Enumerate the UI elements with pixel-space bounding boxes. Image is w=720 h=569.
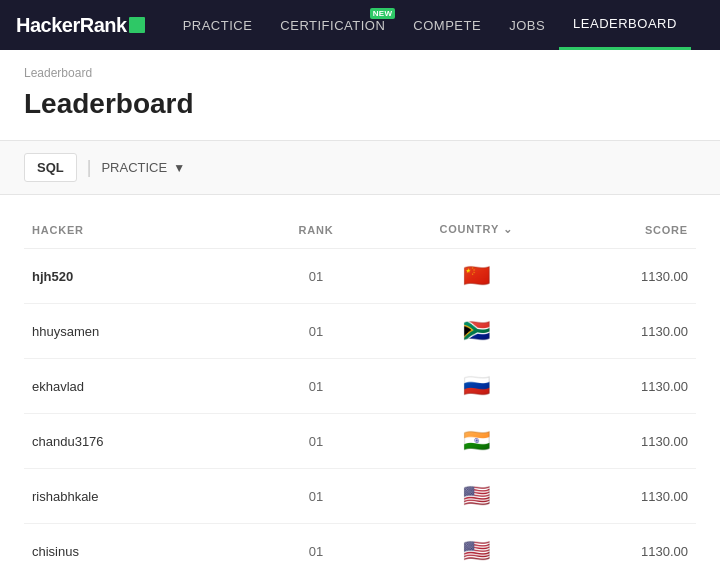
cell-rank: 01 [256,524,376,570]
nav-links: PRACTICECERTIFICATIONNEWCOMPETEJOBSLEADE… [169,0,704,50]
flag-icon: 🇨🇳 [463,263,490,288]
nav-link-certification[interactable]: CERTIFICATIONNEW [266,0,399,50]
col-rank-header: RANK [256,211,376,249]
table-row: chisinus01🇺🇸1130.00 [24,524,696,570]
cell-hacker[interactable]: rishabhkale [24,469,256,524]
breadcrumb: Leaderboard [0,50,720,84]
cell-hacker[interactable]: ekhavlad [24,359,256,414]
cell-score: 1130.00 [576,414,696,469]
cell-rank: 01 [256,304,376,359]
flag-icon: 🇺🇸 [463,538,490,563]
cell-rank: 01 [256,359,376,414]
filter-dropdown[interactable]: PRACTICE ▼ [101,160,185,175]
leaderboard-table: HACKER RANK COUNTRY ⌄ SCORE hjh52001🇨🇳11… [24,211,696,569]
logo-text: HackerRank [16,14,127,37]
cell-rank: 01 [256,249,376,304]
cell-score: 1130.00 [576,524,696,570]
flag-icon: 🇮🇳 [463,428,490,453]
breadcrumb-label: Leaderboard [24,66,92,80]
cell-rank: 01 [256,469,376,524]
flag-icon: 🇷🇺 [463,373,490,398]
cell-country: 🇺🇸 [376,469,576,524]
cell-country: 🇮🇳 [376,414,576,469]
table-header-row: HACKER RANK COUNTRY ⌄ SCORE [24,211,696,249]
cell-country: 🇺🇸 [376,524,576,570]
cell-hacker[interactable]: hhuysamen [24,304,256,359]
cell-score: 1130.00 [576,469,696,524]
logo[interactable]: HackerRank [16,14,145,37]
cell-rank: 01 [256,414,376,469]
table-row: hhuysamen01🇿🇦1130.00 [24,304,696,359]
table-row: ekhavlad01🇷🇺1130.00 [24,359,696,414]
table-container: HACKER RANK COUNTRY ⌄ SCORE hjh52001🇨🇳11… [0,195,720,569]
table-row: rishabhkale01🇺🇸1130.00 [24,469,696,524]
cell-country: 🇷🇺 [376,359,576,414]
filter-bar: SQL | PRACTICE ▼ [0,140,720,195]
cell-hacker[interactable]: chandu3176 [24,414,256,469]
col-hacker-header: HACKER [24,211,256,249]
chevron-down-icon: ▼ [173,161,185,175]
table-row: chandu317601🇮🇳1130.00 [24,414,696,469]
col-country-header[interactable]: COUNTRY ⌄ [376,211,576,249]
logo-box [129,17,145,33]
cell-score: 1130.00 [576,304,696,359]
flag-icon: 🇿🇦 [463,318,490,343]
filter-dropdown-label: PRACTICE [101,160,167,175]
cell-country: 🇨🇳 [376,249,576,304]
cell-hacker[interactable]: hjh520 [24,249,256,304]
page-title: Leaderboard [24,88,696,120]
table-row: hjh52001🇨🇳1130.00 [24,249,696,304]
col-score-header: SCORE [576,211,696,249]
filter-tag-sql[interactable]: SQL [24,153,77,182]
nav-link-practice[interactable]: PRACTICE [169,0,267,50]
flag-icon: 🇺🇸 [463,483,490,508]
nav-link-leaderboard[interactable]: LEADERBOARD [559,0,691,50]
cell-score: 1130.00 [576,359,696,414]
page-title-area: Leaderboard [0,84,720,140]
cell-country: 🇿🇦 [376,304,576,359]
filter-divider: | [87,157,92,178]
cell-score: 1130.00 [576,249,696,304]
cell-hacker[interactable]: chisinus [24,524,256,570]
nav-bar: HackerRank PRACTICECERTIFICATIONNEWCOMPE… [0,0,720,50]
nav-link-jobs[interactable]: JOBS [495,0,559,50]
nav-link-compete[interactable]: COMPETE [399,0,495,50]
nav-badge-new: NEW [370,8,396,19]
